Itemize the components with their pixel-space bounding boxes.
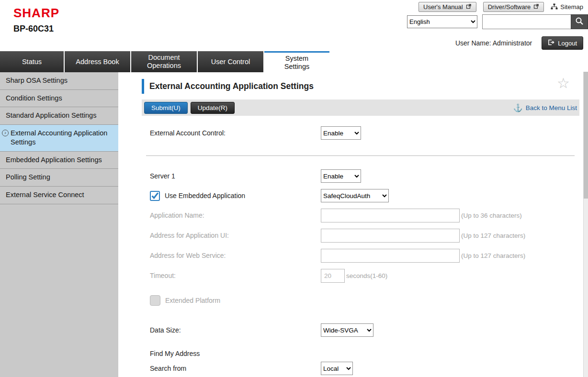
action-toolbar: Submit(U) Update(R) ⚓ Back to Menu List [142,100,579,116]
external-account-control-select[interactable]: Enable [321,126,361,140]
tab-label: Status [22,58,42,66]
back-to-menu-link[interactable]: ⚓ Back to Menu List [513,103,577,112]
search-icon [575,17,584,27]
address-web-service-input[interactable] [321,249,460,263]
title-accent-bar [142,79,144,94]
tab-document-operations[interactable]: Document Operations [131,51,197,72]
embedded-application-select[interactable]: SafeqCloudAuth [321,189,389,202]
logout-button[interactable]: Logout [542,36,583,50]
row-search-from: Search from Local [150,361,574,376]
address-web-service-label: Address for Web Service: [150,252,226,259]
main-tab-bar: Status Address Book Document Operations … [0,51,588,72]
external-link-icon [533,3,539,11]
driver-software-label: Driver/Software [488,3,531,11]
sidebar-item-label: Condition Settings [6,94,62,102]
scrollbar-thumb[interactable] [584,72,588,199]
page-title: External Accounting Application Settings [149,81,314,91]
language-select[interactable]: English [407,15,477,28]
external-link-icon [466,3,472,11]
search-from-select[interactable]: Local [321,362,353,375]
sidebar-item-label: External Accounting Application Settings [11,129,107,146]
tab-user-control[interactable]: User Control [198,51,263,72]
external-account-control-label: External Account Control: [150,129,226,137]
sharp-logo: SHARP [13,6,59,21]
tab-label: Document Operations [139,54,189,69]
sidebar-item-label: Polling Setting [6,173,50,181]
row-application-name: Application Name: (Up to 36 characters) [150,208,574,222]
application-name-label: Application Name: [150,211,204,219]
tab-status[interactable]: Status [0,51,64,72]
row-timeout: Timeout: seconds(1-60) [150,268,574,283]
sitemap-link[interactable]: Sitemap [551,3,583,11]
row-server1: Server 1 Enable [150,169,574,183]
use-embedded-application-checkbox[interactable] [150,191,160,201]
logout-label: Logout [558,40,577,47]
address-application-ui-note: (Up to 127 characters) [461,232,525,239]
data-size-label: Data Size: [150,326,181,334]
section-divider [146,155,575,156]
header-search-row: English [407,14,588,29]
timeout-note: seconds(1-60) [346,272,387,279]
header-user-row: User Name: Administrator Logout [455,36,583,50]
row-address-application-ui: Address for Application UI: (Up to 127 c… [150,228,574,243]
sidebar-item-standard-application-settings[interactable]: Standard Application Settings [0,107,118,125]
search-input[interactable] [482,14,571,29]
anchor-icon: ⚓ [513,103,523,112]
tab-label: Address Book [76,58,119,66]
row-use-embedded-application: Use Embedded Application SafeqCloudAuth [150,188,574,203]
server1-select[interactable]: Enable [321,169,361,183]
user-name-label: User Name: Administrator [455,39,532,47]
sidebar-item-embedded-application-settings[interactable]: Embedded Application Settings [0,152,118,169]
extended-platform-label: Extended Platform [165,297,220,304]
address-web-service-note: (Up to 127 characters) [461,252,525,259]
tab-label: System Settings [272,55,322,70]
row-extended-platform: Extended Platform [150,294,574,307]
selected-item-arrow-icon: › [2,130,9,136]
users-manual-label: User's Manual [423,3,463,11]
application-name-input[interactable] [321,209,460,222]
sidebar-item-label: Embedded Application Settings [6,156,102,164]
timeout-input[interactable] [321,269,345,283]
main-content: External Accounting Application Settings… [118,72,583,377]
sidebar-item-polling-setting[interactable]: Polling Setting [0,169,118,187]
tab-system-settings[interactable]: System Settings [264,51,329,72]
search-button[interactable] [571,14,588,29]
search-from-label: Search from [150,365,186,372]
data-size-select[interactable]: Wide-SVGA [321,323,373,337]
update-button[interactable]: Update(R) [191,102,235,114]
sidebar-item-external-accounting-application-settings[interactable]: › External Accounting Application Settin… [0,125,118,152]
timeout-label: Timeout: [150,272,176,279]
vertical-scrollbar[interactable] [583,72,588,377]
sidebar-item-sharp-osa-settings[interactable]: Sharp OSA Settings [0,72,118,90]
sidebar-item-label: Sharp OSA Settings [6,77,68,84]
row-find-my-address: Find My Address [150,349,574,358]
sitemap-label: Sitemap [560,3,583,11]
tab-address-book[interactable]: Address Book [65,51,130,72]
address-application-ui-input[interactable] [321,229,460,243]
row-external-account-control: External Account Control: Enable [150,126,574,140]
back-to-menu-label: Back to Menu List [526,104,577,111]
settings-sidebar: Sharp OSA Settings Condition Settings St… [0,72,118,377]
server1-label: Server 1 [150,172,175,180]
page: SHARP BP-60C31 User's Manual Driver/Soft… [0,0,588,377]
sidebar-item-label: Standard Application Settings [6,111,96,119]
row-data-size: Data Size: Wide-SVGA [150,323,574,337]
use-embedded-application-label: Use Embedded Application [165,192,245,200]
sidebar-item-label: External Service Connect [6,191,84,199]
extended-platform-checkbox[interactable] [150,295,160,306]
tab-label: User Control [211,58,250,66]
logout-icon [548,39,554,47]
favorite-star-icon[interactable]: ☆ [557,76,570,90]
model-name: BP-60C31 [13,24,54,34]
driver-software-button[interactable]: Driver/Software [483,2,544,12]
sitemap-icon [551,3,558,11]
row-address-web-service: Address for Web Service: (Up to 127 char… [150,248,574,263]
header-links: User's Manual Driver/Software Sitemap [418,2,583,12]
application-name-note: (Up to 36 characters) [461,212,522,219]
users-manual-button[interactable]: User's Manual [418,2,476,12]
submit-button[interactable]: Submit(U) [144,102,188,114]
find-my-address-label: Find My Address [150,350,200,357]
sidebar-item-condition-settings[interactable]: Condition Settings [0,90,118,108]
sidebar-item-external-service-connect[interactable]: External Service Connect [0,187,118,204]
address-application-ui-label: Address for Application UI: [150,232,229,239]
